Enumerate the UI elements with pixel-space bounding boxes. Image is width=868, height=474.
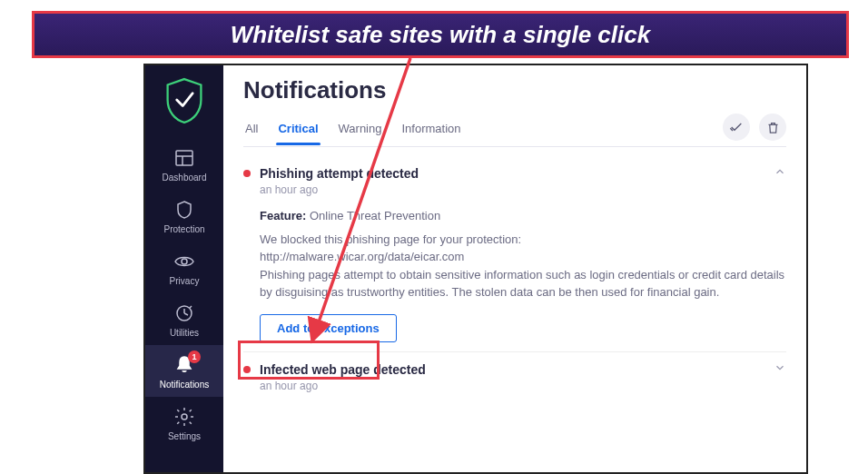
tab-information[interactable]: Information: [399, 116, 462, 144]
notification-header[interactable]: Phishing attempt detected: [243, 165, 786, 182]
notification-time: an hour ago: [260, 380, 786, 392]
notifications-list: Phishing attempt detected an hour ago Fe…: [243, 147, 786, 401]
annotation-banner: Whitelist safe sites with a single click: [32, 11, 849, 58]
notification-count-badge: 1: [188, 351, 201, 363]
sidebar-item-label: Settings: [168, 431, 201, 441]
notification-header[interactable]: Infected web page detected: [243, 361, 786, 378]
sidebar-item-privacy[interactable]: Privacy: [145, 242, 223, 293]
sidebar-item-utilities[interactable]: Utilities: [145, 293, 223, 345]
tab-row: All Critical Warning Information: [243, 114, 786, 147]
notification-desc-info: Phishing pages attempt to obtain sensiti…: [260, 266, 786, 301]
tab-all[interactable]: All: [243, 116, 260, 144]
dashboard-icon: [173, 147, 195, 169]
tab-warning[interactable]: Warning: [337, 116, 384, 144]
sidebar-item-label: Notifications: [160, 380, 209, 390]
tab-actions: [723, 114, 786, 146]
notification-time: an hour ago: [260, 183, 786, 196]
svg-point-3: [182, 259, 187, 264]
notification-title: Infected web page detected: [260, 362, 426, 377]
chevron-down-icon: [774, 361, 786, 378]
sidebar-item-label: Privacy: [170, 276, 200, 286]
utilities-icon: [173, 302, 195, 324]
delete-all-button[interactable]: [759, 114, 786, 141]
mark-all-read-button[interactable]: [723, 114, 750, 141]
sidebar-item-settings[interactable]: Settings: [145, 397, 223, 449]
page-title: Notifications: [243, 76, 786, 104]
notification-desc-url: http://malware.wicar.org/data/eicar.com: [260, 248, 786, 266]
svg-line-6: [184, 313, 188, 315]
notification-title: Phishing attempt detected: [260, 166, 419, 181]
svg-rect-0: [176, 151, 192, 165]
feature-label: Feature:: [260, 209, 306, 222]
tab-critical[interactable]: Critical: [276, 116, 320, 144]
notification-item: Infected web page detected an hour ago: [243, 352, 786, 401]
sidebar: Dashboard Protection Privacy Utilities 1…: [145, 65, 223, 472]
chevron-up-icon: [774, 165, 786, 182]
sidebar-item-label: Protection: [163, 224, 204, 234]
sidebar-item-label: Dashboard: [163, 173, 207, 183]
svg-point-8: [182, 414, 187, 420]
sidebar-item-protection[interactable]: Protection: [145, 190, 223, 242]
sidebar-item-notifications[interactable]: 1 Notifications: [145, 345, 223, 397]
svg-line-7: [190, 306, 192, 308]
notification-body: Feature: Online Threat Prevention We blo…: [260, 207, 786, 342]
annotation-banner-text: Whitelist safe sites with a single click: [231, 21, 650, 49]
critical-dot-icon: [243, 170, 251, 177]
gear-icon: [173, 406, 195, 428]
sidebar-item-dashboard[interactable]: Dashboard: [145, 138, 223, 190]
notification-desc-line: We blocked this phishing page for your p…: [260, 231, 786, 249]
protection-shield-icon: [173, 199, 195, 221]
app-window: Dashboard Protection Privacy Utilities 1…: [143, 64, 808, 474]
bell-icon: 1: [173, 354, 195, 376]
feature-value: Online Threat Prevention: [310, 209, 440, 222]
critical-dot-icon: [243, 366, 251, 373]
shield-logo: [163, 76, 205, 125]
add-to-exceptions-button[interactable]: Add to exceptions: [260, 314, 397, 342]
feature-line: Feature: Online Threat Prevention: [260, 207, 786, 225]
main-content: Notifications All Critical Warning Infor…: [223, 65, 806, 472]
sidebar-item-label: Utilities: [170, 328, 199, 338]
eye-icon: [173, 251, 195, 272]
notification-item: Phishing attempt detected an hour ago Fe…: [243, 156, 786, 352]
